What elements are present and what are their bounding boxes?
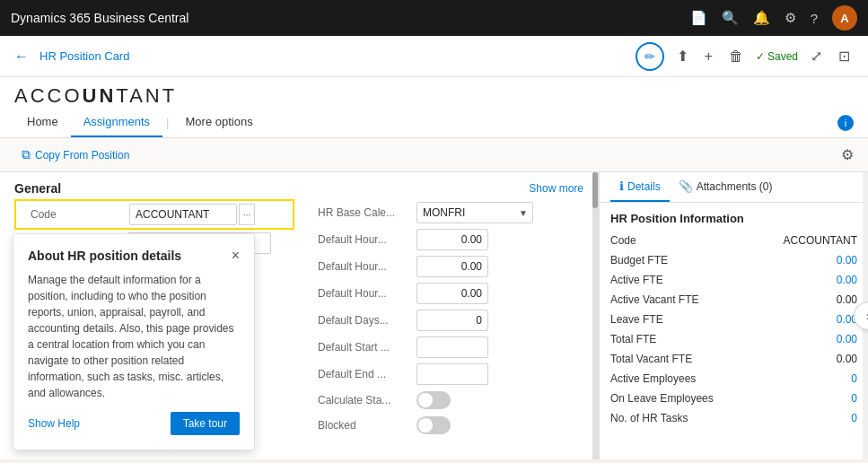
default-hour-3-label: Default Hour... <box>318 287 416 300</box>
tab-attachments[interactable]: 📎 Attachments (0) <box>670 172 782 202</box>
field-row-default-hour-1: Default Hour... <box>303 226 583 253</box>
page-title-text: ACCOUNTANT <box>14 84 177 107</box>
tooltip-close-button[interactable]: × <box>232 249 240 263</box>
show-help-link[interactable]: Show Help <box>28 417 80 430</box>
tooltip-title: About HR position details <box>28 249 181 263</box>
page-title: ACCOUNTANT <box>14 84 854 108</box>
edit-icon: ✏ <box>644 49 655 64</box>
default-days-input[interactable] <box>416 310 488 331</box>
info-row-budget-fte: Budget FTE 0.00 <box>600 250 868 270</box>
right-panel: ℹ Details 📎 Attachments (0) HR Position … <box>599 172 868 459</box>
tooltip-footer: Show Help Take tour <box>28 412 240 435</box>
delete-button[interactable]: 🗑 <box>725 45 747 68</box>
saved-status: ✓ Saved <box>756 50 798 63</box>
default-hour-2-input[interactable] <box>416 256 488 277</box>
default-start-label: Default Start ... <box>318 341 416 354</box>
active-employees-value[interactable]: 0 <box>851 372 857 385</box>
code-input[interactable] <box>129 204 237 225</box>
help-icon[interactable]: ? <box>811 11 818 26</box>
budget-fte-label: Budget FTE <box>610 254 668 266</box>
panel-tabs: ℹ Details 📎 Attachments (0) <box>600 172 868 203</box>
active-employees-label: Active Employees <box>610 372 696 385</box>
info-button[interactable]: i <box>837 115 854 131</box>
default-days-label: Default Days... <box>318 314 416 327</box>
info-row-leave-fte: Leave FTE 0.00 <box>600 310 868 329</box>
plus-icon: + <box>705 48 713 64</box>
info-row-no-of-hr-tasks: No. of HR Tasks 0 <box>600 408 868 428</box>
calculate-sta-label: Calculate Sta... <box>318 394 416 406</box>
customize-icon[interactable]: ⚙ <box>841 147 854 162</box>
toggle-knob-icon <box>418 393 433 407</box>
header-actions: ✏ ⬆ + 🗑 ✓ Saved ⤢ ⊡ <box>636 42 854 71</box>
code-label: Code <box>31 208 129 221</box>
budget-fte-value[interactable]: 0.00 <box>837 254 857 266</box>
blocked-toggle[interactable] <box>416 416 451 434</box>
active-vacant-fte-label: Active Vacant FTE <box>610 293 698 306</box>
code-info-value: ACCOUNTANT <box>784 234 857 247</box>
no-of-hr-tasks-value[interactable]: 0 <box>851 412 857 424</box>
collapse-button[interactable]: ⊡ <box>835 44 854 68</box>
document-icon[interactable]: 📄 <box>690 10 707 26</box>
field-row-calculate-sta: Calculate Sta... <box>303 388 583 413</box>
bell-icon[interactable]: 🔔 <box>753 10 770 26</box>
collapse-icon: ⊡ <box>838 48 850 64</box>
info-row-active-vacant-fte: Active Vacant FTE 0.00 <box>600 290 868 310</box>
take-tour-button[interactable]: Take tour <box>171 412 240 435</box>
tab-divider: | <box>162 116 172 129</box>
user-avatar[interactable]: A <box>832 5 857 31</box>
total-vacant-fte-label: Total Vacant FTE <box>610 353 692 365</box>
on-leave-employees-value[interactable]: 0 <box>851 392 857 405</box>
default-hour-1-input[interactable] <box>416 229 488 250</box>
tab-assignments[interactable]: Assignments <box>71 108 162 137</box>
info-row-total-fte: Total FTE 0.00 <box>600 329 868 349</box>
code-lookup-button[interactable]: ··· <box>239 204 255 225</box>
field-row-default-days: Default Days... <box>303 307 583 334</box>
default-hour-3-input[interactable] <box>416 283 488 304</box>
page-title-bar: ACCOUNTANT <box>0 77 868 108</box>
show-more-link[interactable]: Show more <box>529 182 583 195</box>
add-button[interactable]: + <box>701 45 716 68</box>
checkmark-icon: ✓ <box>756 50 765 63</box>
hr-base-cal-select-wrapper: MONFRI ▼ <box>416 202 533 223</box>
field-row-hr-base-cal: HR Base Cale... MONFRI ▼ <box>303 199 583 226</box>
settings-icon[interactable]: ⚙ <box>785 10 796 26</box>
tooltip-body: Manage the default information for a pos… <box>28 272 240 401</box>
left-scrollbar[interactable] <box>592 172 598 459</box>
field-row-blocked: Blocked <box>303 413 583 438</box>
tab-home[interactable]: Home <box>14 108 71 137</box>
attachment-icon: 📎 <box>679 179 693 193</box>
code-info-label: Code <box>610 234 636 247</box>
breadcrumb[interactable]: HR Position Card <box>39 49 625 63</box>
hr-base-cal-label: HR Base Cale... <box>318 206 416 219</box>
default-hour-2-label: Default Hour... <box>318 260 416 273</box>
calculate-sta-toggle[interactable] <box>416 391 451 409</box>
info-row-total-vacant-fte: Total Vacant FTE 0.00 <box>600 349 868 369</box>
hr-base-cal-select[interactable]: MONFRI <box>416 202 533 223</box>
form-section-title: General <box>14 181 61 196</box>
action-bar-right: ⚙ <box>841 146 854 163</box>
open-in-full-button[interactable]: ⤢ <box>807 44 826 68</box>
share-button[interactable]: ⬆ <box>673 44 692 68</box>
info-row-active-employees: Active Employees 0 <box>600 369 868 389</box>
default-start-input[interactable] <box>416 336 488 358</box>
active-fte-value[interactable]: 0.00 <box>837 274 857 286</box>
total-fte-label: Total FTE <box>610 333 656 345</box>
form-section-header: General Show more <box>0 172 598 199</box>
search-icon[interactable]: 🔍 <box>722 10 739 26</box>
left-panel: General Show more Code ··· Name <box>0 172 599 459</box>
active-fte-label: Active FTE <box>610 274 663 286</box>
details-icon: ℹ <box>619 179 624 193</box>
total-fte-value[interactable]: 0.00 <box>837 333 857 345</box>
info-row-on-leave-employees: On Leave Employees 0 <box>600 389 868 408</box>
edit-button[interactable]: ✏ <box>636 42 664 71</box>
panel-section-title: HR Position Information <box>600 203 868 231</box>
nav-tabs: Home Assignments | More options i <box>0 108 868 138</box>
tab-more-options[interactable]: More options <box>173 108 266 137</box>
default-end-label: Default End ... <box>318 368 416 380</box>
copy-from-position-button[interactable]: ⧉ Copy From Position <box>14 144 136 166</box>
back-button[interactable]: ← <box>14 48 29 65</box>
default-end-input[interactable] <box>416 363 488 385</box>
share-icon: ⬆ <box>677 48 688 64</box>
trash-icon: 🗑 <box>729 48 743 64</box>
tab-details[interactable]: ℹ Details <box>610 172 670 202</box>
